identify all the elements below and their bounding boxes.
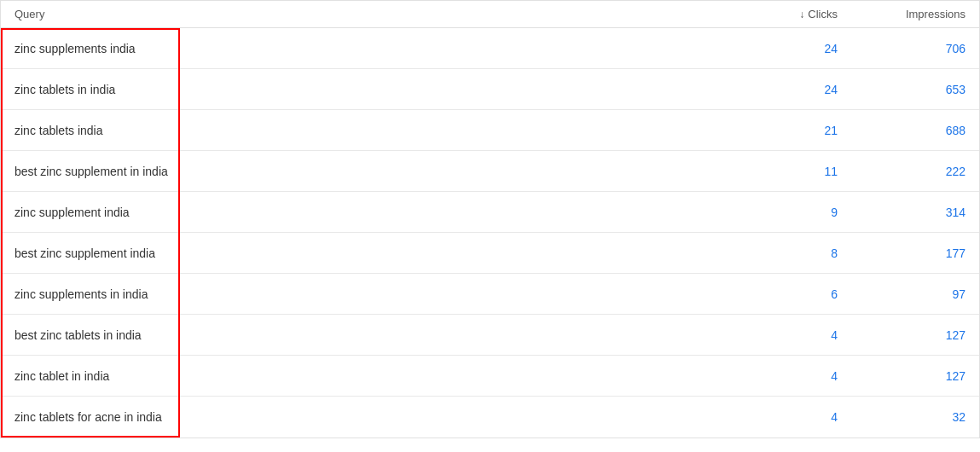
- row-clicks-2: 21: [710, 124, 838, 137]
- impressions-column-header[interactable]: Impressions: [838, 8, 966, 20]
- row-impressions-7: 127: [838, 328, 966, 342]
- row-impressions-4: 314: [838, 206, 966, 219]
- row-clicks-8: 4: [710, 369, 838, 383]
- table-row[interactable]: zinc supplement india9314: [1, 192, 979, 233]
- row-impressions-0: 706: [838, 42, 966, 55]
- row-impressions-1: 653: [838, 83, 966, 96]
- row-query-3: best zinc supplement in india: [14, 165, 710, 178]
- query-column-header[interactable]: Query: [14, 8, 710, 20]
- row-query-6: zinc supplements in india: [14, 287, 710, 301]
- table-row[interactable]: zinc tablet in india4127: [1, 356, 979, 397]
- table-row[interactable]: zinc supplements india24706: [1, 28, 979, 69]
- row-query-7: best zinc tablets in india: [14, 328, 710, 342]
- table-row[interactable]: zinc tablets in india24653: [1, 69, 979, 110]
- row-query-8: zinc tablet in india: [14, 369, 710, 383]
- row-clicks-5: 8: [710, 246, 838, 260]
- table-header: Query ↓ Clicks Impressions: [1, 1, 979, 28]
- row-impressions-5: 177: [838, 246, 966, 260]
- table-row[interactable]: best zinc tablets in india4127: [1, 315, 979, 356]
- row-clicks-1: 24: [710, 83, 838, 96]
- table-row[interactable]: zinc tablets for acne in india432: [1, 397, 979, 438]
- table-row[interactable]: zinc supplements in india697: [1, 274, 979, 315]
- table-row[interactable]: best zinc supplement india8177: [1, 233, 979, 274]
- data-table: Query ↓ Clicks Impressions zinc suppleme…: [0, 0, 980, 438]
- row-query-0: zinc supplements india: [14, 42, 710, 55]
- row-query-5: best zinc supplement india: [14, 246, 710, 260]
- sort-arrow-icon: ↓: [799, 9, 804, 20]
- row-clicks-4: 9: [710, 206, 838, 219]
- row-impressions-6: 97: [838, 287, 966, 301]
- row-impressions-2: 688: [838, 124, 966, 137]
- row-query-2: zinc tablets india: [14, 124, 710, 137]
- row-clicks-0: 24: [710, 42, 838, 55]
- table-row[interactable]: zinc tablets india21688: [1, 110, 979, 151]
- row-clicks-3: 11: [710, 165, 838, 178]
- table-body: zinc supplements india24706zinc tablets …: [1, 28, 979, 438]
- clicks-column-header[interactable]: ↓ Clicks: [710, 8, 838, 20]
- row-impressions-8: 127: [838, 369, 966, 383]
- row-query-4: zinc supplement india: [14, 206, 710, 219]
- row-clicks-7: 4: [710, 328, 838, 342]
- row-clicks-9: 4: [710, 410, 838, 424]
- row-clicks-6: 6: [710, 287, 838, 301]
- row-query-1: zinc tablets in india: [14, 83, 710, 96]
- row-query-9: zinc tablets for acne in india: [14, 410, 710, 424]
- table-row[interactable]: best zinc supplement in india11222: [1, 151, 979, 192]
- row-impressions-9: 32: [838, 410, 966, 424]
- row-impressions-3: 222: [838, 165, 966, 178]
